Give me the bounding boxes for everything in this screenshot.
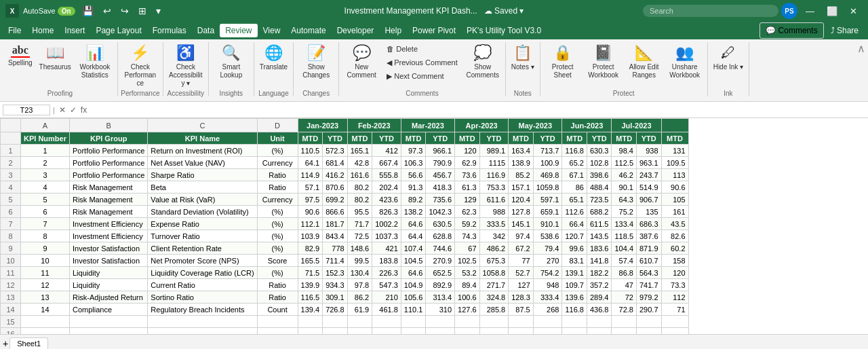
table-cell[interactable]: Sortino Ratio [148,291,257,304]
table-cell[interactable]: 79.4 [533,242,562,255]
table-cell[interactable]: 113 [661,169,688,181]
table-cell[interactable]: 3 [21,169,70,181]
table-cell[interactable]: 342 [479,230,509,242]
restore-button[interactable]: ⬜ [821,5,843,18]
table-cell[interactable]: Risk-Adjusted Return [69,291,147,304]
empty-cell[interactable] [612,328,637,335]
table-cell[interactable]: 73.3 [661,279,688,291]
table-cell[interactable]: 611.6 [479,194,509,206]
table-cell[interactable]: (%) [257,230,298,242]
row-header[interactable]: 16 [1,328,21,335]
table-cell[interactable]: 778 [323,242,348,255]
menu-help[interactable]: Help [379,24,407,37]
prev-comment-button[interactable]: ◀ Previous Comment [382,56,462,69]
col-a[interactable]: A [21,119,70,132]
table-cell[interactable]: 127 [509,279,534,291]
table-cell[interactable]: 290.7 [637,304,662,316]
table-cell[interactable]: 906.7 [637,194,662,206]
empty-cell[interactable] [661,316,688,328]
table-cell[interactable]: 966.1 [426,145,455,157]
table-cell[interactable]: 412 [372,145,401,157]
table-cell[interactable]: 988 [479,206,509,218]
empty-cell[interactable] [426,316,455,328]
table-cell[interactable]: 659.1 [533,206,562,218]
table-cell[interactable]: (%) [257,218,298,230]
table-cell[interactable]: 60.2 [661,242,688,255]
table-cell[interactable]: 105.6 [401,291,426,304]
table-cell[interactable]: 675.3 [479,255,509,267]
menu-formulas[interactable]: Formulas [147,24,192,37]
table-cell[interactable]: 99.6 [562,242,587,255]
table-cell[interactable]: 7 [21,218,70,230]
table-cell[interactable]: 157.1 [509,181,534,194]
table-cell[interactable]: 71 [661,304,688,316]
protect-sheet-button[interactable]: 🔒 Protect Sheet [543,42,583,88]
table-cell[interactable]: 8 [21,230,70,242]
table-cell[interactable]: 270 [533,255,562,267]
table-cell[interactable]: 102.5 [455,255,480,267]
table-cell[interactable]: 107.4 [401,242,426,255]
table-cell[interactable]: 418.3 [426,181,455,194]
table-cell[interactable]: 64.6 [401,218,426,230]
table-cell[interactable]: 979.2 [637,291,662,304]
table-cell[interactable]: 6 [21,206,70,218]
empty-cell[interactable] [347,328,372,335]
table-cell[interactable]: 82.6 [661,230,688,242]
table-cell[interactable]: Beta [148,181,257,194]
table-cell[interactable]: (%) [257,145,298,157]
row-header[interactable]: 7 [1,218,21,230]
table-cell[interactable]: 109.5 [661,157,688,169]
table-cell[interactable]: 67 [455,242,480,255]
menu-page-layout[interactable]: Page Layout [90,24,146,37]
table-cell[interactable]: 744.6 [426,242,455,255]
table-cell[interactable]: 130.4 [347,267,372,279]
table-cell[interactable]: 892.9 [426,279,455,291]
table-cell[interactable]: 80.2 [347,181,372,194]
table-cell[interactable]: 112.1 [298,218,323,230]
next-comment-button[interactable]: ▶ Next Comment [382,69,462,83]
table-cell[interactable]: 62.3 [455,206,480,218]
empty-cell[interactable] [323,316,348,328]
table-cell[interactable]: Count [257,304,298,316]
table-cell[interactable]: 469.8 [533,169,562,181]
table-cell[interactable]: 86.8 [612,267,637,279]
table-cell[interactable]: 98.4 [612,145,637,157]
table-cell[interactable]: 75.2 [612,206,637,218]
table-cell[interactable]: 333.5 [479,218,509,230]
table-cell[interactable]: 64.4 [401,230,426,242]
table-cell[interactable]: 128.3 [509,291,534,304]
table-cell[interactable]: 826.3 [372,206,401,218]
empty-cell[interactable] [257,316,298,328]
table-cell[interactable]: 870.6 [323,181,348,194]
table-cell[interactable]: 62.9 [455,157,480,169]
delete-button[interactable]: 🗑 Delete [382,42,462,56]
table-cell[interactable]: 572.3 [323,145,348,157]
table-cell[interactable]: 183.8 [372,255,401,267]
table-cell[interactable]: 514.9 [637,181,662,194]
table-cell[interactable]: Currency [257,194,298,206]
table-cell[interactable]: 110.1 [401,304,426,316]
table-cell[interactable]: 71.7 [347,218,372,230]
table-cell[interactable]: 116.8 [562,304,587,316]
table-cell[interactable]: 112.5 [612,157,637,169]
table-cell[interactable]: 948 [533,279,562,291]
menu-developer[interactable]: Developer [332,24,380,37]
table-cell[interactable]: 1059.8 [533,181,562,194]
new-comment-button[interactable]: 💬 New Comment [342,42,381,88]
table-cell[interactable]: 934.3 [323,279,348,291]
table-cell[interactable]: Regulatory Breach Incidents [148,304,257,316]
table-cell[interactable]: Net Asset Value (NAV) [148,157,257,169]
table-cell[interactable]: 610.7 [637,255,662,267]
check-performance-button[interactable]: ⚡ Check Performance [121,42,160,88]
empty-cell[interactable] [401,316,426,328]
table-cell[interactable]: 133.4 [612,218,637,230]
table-cell[interactable]: 2 [21,157,70,169]
table-cell[interactable]: 667.4 [372,157,401,169]
table-cell[interactable]: 5 [21,194,70,206]
menu-automate[interactable]: Automate [285,24,331,37]
table-cell[interactable]: 57.4 [612,255,637,267]
table-cell[interactable]: 461.8 [372,304,401,316]
table-cell[interactable]: 90.1 [612,181,637,194]
table-cell[interactable]: Liquidity Coverage Ratio (LCR) [148,267,257,279]
empty-cell[interactable] [148,316,257,328]
